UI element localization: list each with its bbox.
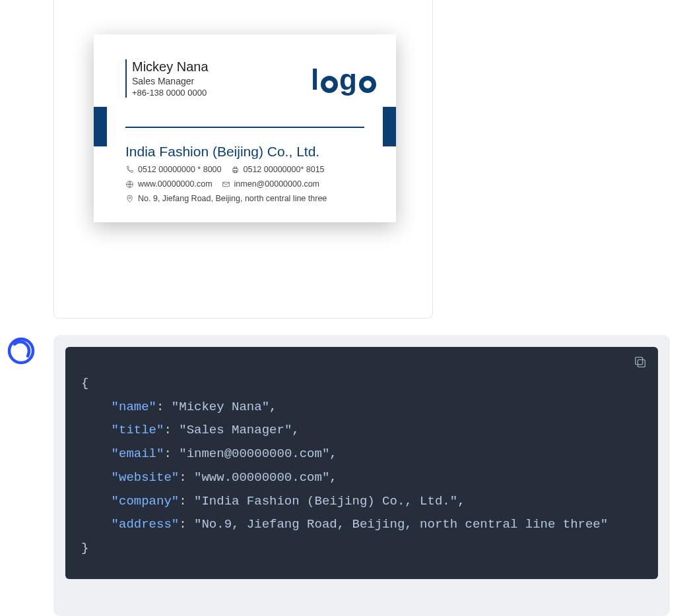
card-tel: 0512 00000000 * 8000 — [125, 165, 222, 174]
globe-icon — [125, 180, 134, 189]
code-content: { "name": "Mickey Nana", "title": "Sales… — [75, 356, 649, 576]
mail-icon — [222, 180, 230, 189]
card-name: Mickey Nana — [132, 59, 209, 75]
code-block: { "name": "Mickey Nana", "title": "Sales… — [65, 347, 658, 579]
logo-letter: l — [311, 63, 318, 96]
copy-code-button[interactable] — [633, 355, 649, 371]
card-address: No. 9, Jiefang Road, Beijing, north cent… — [125, 194, 327, 203]
fax-icon — [231, 166, 240, 174]
attachment-panel: Mickey Nana Sales Manager +86-138 0000 0… — [53, 0, 433, 319]
svg-rect-8 — [636, 357, 643, 365]
assistant-message: { "name": "Mickey Nana", "title": "Sales… — [53, 335, 670, 616]
logo-letter: g — [339, 63, 356, 96]
card-email: inmen@00000000.com — [222, 179, 319, 189]
logo-letter-o — [321, 76, 338, 93]
svg-rect-7 — [638, 359, 645, 367]
card-fax: 0512 00000000* 8015 — [231, 165, 325, 174]
card-divider — [94, 127, 396, 128]
phone-icon — [125, 166, 134, 174]
svg-rect-1 — [234, 167, 236, 168]
svg-rect-0 — [232, 168, 238, 171]
svg-rect-4 — [222, 182, 229, 187]
card-title: Sales Manager — [132, 76, 209, 86]
card-logo: l g — [311, 63, 378, 96]
assistant-avatar — [7, 336, 36, 365]
card-website: www.00000000.com — [125, 179, 213, 189]
location-icon — [125, 195, 134, 203]
card-company: India Fashion (Beijing) Co., Ltd. — [125, 144, 364, 160]
svg-rect-2 — [234, 170, 236, 172]
card-name-block: Mickey Nana Sales Manager +86-138 0000 0… — [125, 59, 209, 98]
logo-letter-o — [359, 76, 376, 93]
business-card-image: Mickey Nana Sales Manager +86-138 0000 0… — [94, 34, 396, 222]
card-phone: +86-138 0000 0000 — [132, 88, 209, 98]
svg-point-5 — [129, 197, 131, 199]
